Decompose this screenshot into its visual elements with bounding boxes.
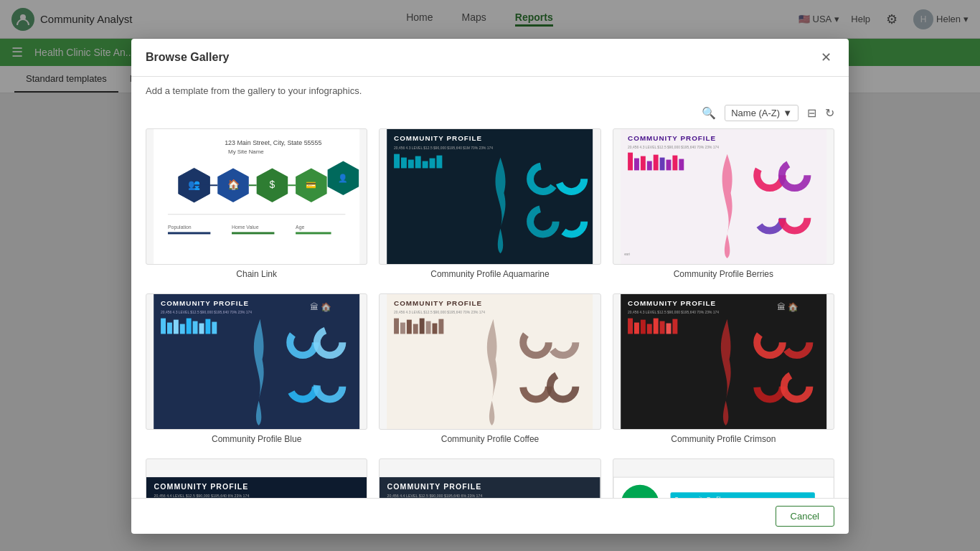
close-button[interactable]: ✕ (817, 49, 834, 66)
svg-rect-43 (634, 159, 639, 171)
svg-text:COMMUNITY PROFILE: COMMUNITY PROFILE (387, 482, 482, 491)
svg-text:20,456  4.3  LEVEL  $12.5  $90: 20,456 4.3 LEVEL $12.5 $90,000 $195,640 … (628, 311, 719, 314)
svg-rect-47 (659, 158, 664, 171)
modal-toolbar: 🔍 Name (A-Z) ▼ ⊟ ↻ (131, 102, 849, 128)
modal-title: Browse Gallery (146, 51, 230, 64)
svg-text:$: $ (270, 179, 275, 190)
svg-rect-39 (621, 129, 826, 264)
template-cp-berries[interactable]: COMMUNITY PROFILE 20,456 4.3 LEVEL $12.5… (613, 128, 834, 282)
search-icon[interactable]: 🔍 (702, 106, 716, 120)
svg-rect-32 (423, 161, 428, 169)
svg-rect-97 (666, 324, 671, 334)
svg-rect-66 (205, 319, 210, 334)
template-thumb-cp-crimson: COMMUNITY PROFILE 20,456 4.3 LEVEL $12.5… (613, 293, 834, 430)
svg-rect-42 (628, 153, 633, 171)
svg-rect-28 (394, 154, 400, 169)
svg-rect-80 (420, 319, 425, 334)
template-cp-aquamarine[interactable]: COMMUNITY PROFILE 20,456 4.3 LEVEL $12.5… (379, 128, 600, 282)
cancel-button[interactable]: Cancel (776, 506, 834, 527)
svg-rect-34 (437, 156, 443, 169)
svg-rect-64 (193, 321, 198, 334)
template-thumb-chain-link: 123 Main Street, City, State 55555 My Si… (146, 128, 367, 265)
svg-text:COMMUNITY PROFILE: COMMUNITY PROFILE (154, 482, 249, 491)
svg-rect-48 (666, 160, 671, 171)
template-cp-row3b[interactable]: COMMUNITY PROFILE 20,456 4.4 LEVEL $12.5… (379, 458, 600, 498)
svg-rect-93 (641, 320, 646, 334)
svg-rect-96 (659, 321, 664, 334)
browse-gallery-modal: Browse Gallery ✕ Add a template from the… (131, 39, 849, 534)
svg-rect-50 (679, 159, 684, 171)
svg-text:20,456  4.4  LEVEL  $12.5  $90: 20,456 4.4 LEVEL $12.5 $90,000 $195,640 … (154, 494, 250, 498)
svg-rect-81 (426, 321, 431, 334)
template-label-cp-coffee: Community Profile Coffee (379, 434, 600, 447)
template-cp-coffee[interactable]: COMMUNITY PROFILE 20,456 4.3 LEVEL $12.5… (379, 293, 600, 447)
svg-text:20,456  4.3  LEVEL  $12.5  $90: 20,456 4.3 LEVEL $12.5 $90,000 $195,640 … (394, 146, 493, 150)
template-thumb-row3a: COMMUNITY PROFILE 20,456 4.4 LEVEL $12.5… (146, 458, 367, 498)
svg-text:🏛 🏠: 🏛 🏠 (310, 302, 331, 312)
template-cp-crimson[interactable]: COMMUNITY PROFILE 20,456 4.3 LEVEL $12.5… (613, 293, 834, 447)
svg-rect-21 (296, 232, 331, 234)
template-thumb-row3b: COMMUNITY PROFILE 20,456 4.4 LEVEL $12.5… (379, 458, 600, 498)
template-esri-white[interactable]: esri Community Profile By Site Name Powe… (613, 458, 834, 498)
svg-text:💳: 💳 (306, 180, 316, 190)
svg-text:🏠: 🏠 (227, 179, 240, 191)
svg-text:20,456  4.3  LEVEL  $12.5  $90: 20,456 4.3 LEVEL $12.5 $90,000 $195,640 … (628, 146, 719, 149)
svg-text:Home Value: Home Value (232, 225, 259, 230)
template-thumb-cp-aquamarine: COMMUNITY PROFILE 20,456 4.3 LEVEL $12.5… (379, 128, 600, 265)
svg-text:Age: Age (296, 225, 304, 230)
modal-header: Browse Gallery ✕ (131, 39, 849, 77)
template-label-cp-aquamarine: Community Profile Aquamarine (379, 269, 600, 282)
svg-rect-17 (168, 232, 210, 234)
template-chain-link[interactable]: 123 Main Street, City, State 55555 My Si… (146, 128, 367, 282)
svg-rect-44 (641, 156, 646, 171)
svg-text:COMMUNITY PROFILE: COMMUNITY PROFILE (161, 299, 249, 307)
svg-text:👤: 👤 (338, 173, 348, 183)
modal-overlay: Browse Gallery ✕ Add a template from the… (0, 0, 980, 551)
template-label-chain-link: Chain Link (146, 269, 367, 282)
svg-rect-79 (413, 324, 418, 334)
sort-caret: ▼ (783, 108, 792, 118)
template-label-cp-blue: Community Profile Blue (146, 434, 367, 447)
svg-rect-98 (672, 319, 677, 334)
svg-rect-59 (161, 319, 166, 334)
svg-text:Population: Population (168, 225, 192, 230)
svg-rect-31 (415, 156, 421, 169)
svg-rect-33 (430, 159, 435, 169)
gallery-body: 123 Main Street, City, State 55555 My Si… (131, 128, 849, 498)
svg-rect-30 (408, 160, 414, 169)
svg-rect-62 (180, 324, 185, 334)
template-cp-row3a[interactable]: COMMUNITY PROFILE 20,456 4.4 LEVEL $12.5… (146, 458, 367, 498)
svg-text:esri: esri (624, 253, 630, 256)
svg-text:20,456  4.4  LEVEL  $12.5  $90: 20,456 4.4 LEVEL $12.5 $90,000 $195,640 … (387, 494, 483, 498)
sort-dropdown[interactable]: Name (A-Z) ▼ (725, 105, 798, 121)
svg-rect-49 (672, 156, 677, 171)
template-cp-blue[interactable]: COMMUNITY PROFILE 20,456 4.3 LEVEL $12.5… (146, 293, 367, 447)
svg-rect-83 (439, 319, 444, 334)
svg-text:COMMUNITY PROFILE: COMMUNITY PROFILE (394, 299, 482, 307)
modal-subtitle: Add a template from the gallery to your … (131, 77, 849, 102)
refresh-icon[interactable]: ↻ (825, 106, 834, 120)
svg-text:COMMUNITY PROFILE: COMMUNITY PROFILE (628, 299, 716, 307)
template-label-cp-berries: Community Profile Berries (613, 269, 834, 282)
svg-rect-60 (167, 323, 172, 334)
svg-rect-63 (187, 319, 192, 334)
svg-text:COMMUNITY PROFILE: COMMUNITY PROFILE (628, 134, 716, 142)
svg-rect-45 (646, 161, 651, 171)
sort-label: Name (A-Z) (731, 108, 780, 118)
svg-rect-29 (401, 158, 407, 169)
svg-rect-46 (653, 155, 658, 171)
template-thumb-cp-berries: COMMUNITY PROFILE 20,456 4.3 LEVEL $12.5… (613, 128, 834, 265)
template-label-cp-crimson: Community Profile Crimson (613, 434, 834, 447)
svg-rect-78 (407, 320, 412, 334)
svg-rect-94 (646, 324, 651, 334)
template-thumb-esri-white: esri Community Profile By Site Name Powe… (613, 458, 834, 498)
svg-text:123 Main Street, City, State 5: 123 Main Street, City, State 55555 (225, 139, 321, 146)
svg-text:My Site Name: My Site Name (228, 149, 264, 155)
svg-rect-82 (433, 324, 438, 334)
svg-rect-61 (174, 320, 179, 334)
svg-rect-67 (212, 322, 217, 334)
filter-icon[interactable]: ⊟ (807, 106, 816, 120)
svg-text:20,456  4.3  LEVEL  $12.5  $90: 20,456 4.3 LEVEL $12.5 $90,000 $195,640 … (161, 311, 252, 314)
svg-rect-92 (634, 323, 639, 334)
template-thumb-cp-blue: COMMUNITY PROFILE 20,456 4.3 LEVEL $12.5… (146, 293, 367, 430)
